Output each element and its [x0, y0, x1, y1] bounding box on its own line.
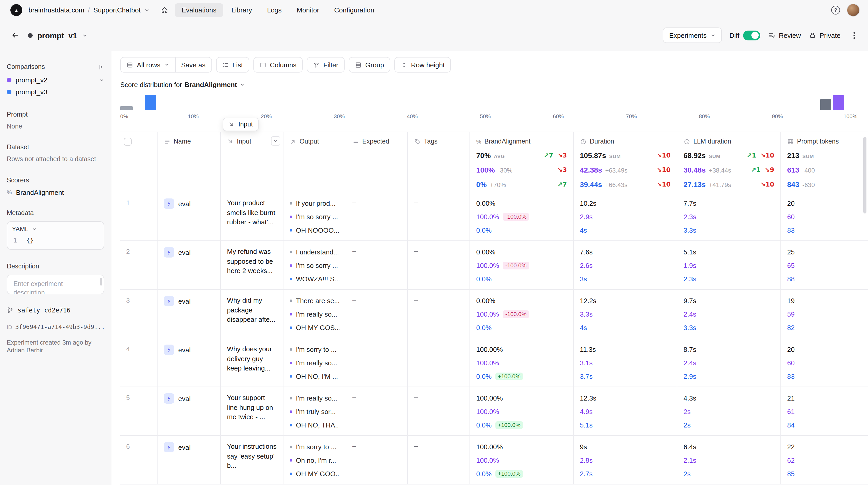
filter-button[interactable]: Filter: [307, 57, 345, 72]
comparison-item[interactable]: prompt_v2: [7, 74, 104, 86]
table-row[interactable]: 6evalYour instructions say 'easy setup' …: [120, 436, 868, 484]
review-button[interactable]: Review: [768, 31, 801, 39]
more-menu-button[interactable]: [848, 28, 860, 42]
output-cell[interactable]: I'm sorry to ...I'm really so...OH NO, I…: [283, 338, 346, 387]
scorer-item[interactable]: BrandAlignment: [7, 188, 104, 196]
help-icon[interactable]: [831, 5, 840, 14]
metadata-editor[interactable]: YAML 1 {}: [7, 221, 104, 249]
input-cell[interactable]: Your instructions say 'easy setup' b...: [221, 436, 283, 484]
list-view-button[interactable]: List: [216, 57, 249, 72]
table-row[interactable]: 4evalWhy does your delivery guy keep lea…: [120, 338, 868, 387]
prompt-tokens-column-header[interactable]: Prompt tokens 213SUM613-400843-630: [781, 132, 868, 192]
diff-toggle[interactable]: [743, 30, 760, 40]
output-column-header[interactable]: Output: [283, 132, 346, 192]
comparison-item[interactable]: prompt_v3: [7, 86, 104, 98]
input-column-menu-button[interactable]: [271, 136, 280, 146]
chevron-down-icon[interactable]: [82, 32, 87, 38]
metadata-format-select[interactable]: YAML: [7, 221, 104, 235]
brand-alignment-cell: 100.00%100.0%0.0%+100.0%: [470, 387, 574, 435]
tab-configuration[interactable]: Configuration: [328, 3, 381, 17]
experiment-title-group[interactable]: prompt_v1: [28, 31, 87, 40]
histogram-bar[interactable]: [820, 99, 831, 110]
score-line: 100.0%-100.0%: [476, 261, 567, 270]
score-value: 100.00%: [476, 443, 503, 451]
duration-column-header[interactable]: Duration 105.87sSUM↘1042.38s+63.49s↘1039…: [574, 132, 677, 192]
input-column-header[interactable]: Input: [221, 132, 283, 192]
output-cell[interactable]: I'm sorry to ...Oh no, I'm r...OH MY GOO…: [283, 436, 346, 484]
braintrust-logo-icon[interactable]: [10, 4, 22, 16]
aggregate-line: 105.87sSUM↘10: [580, 148, 671, 163]
score-distribution-header[interactable]: Score distribution for BrandAlignment: [112, 72, 868, 89]
score-line: 100.0%-100.0%: [476, 309, 567, 319]
description-scrollbar[interactable]: [100, 277, 102, 285]
axis-label: 60%: [553, 113, 564, 119]
save-as-button[interactable]: Save as: [176, 58, 211, 72]
experiments-dropdown[interactable]: Experiments: [663, 27, 722, 43]
private-button[interactable]: Private: [809, 31, 840, 39]
input-cell[interactable]: Your product smells like burnt rubber - …: [221, 192, 283, 240]
table-row[interactable]: 2evalMy refund was supposed to be here 2…: [120, 241, 868, 290]
scorers-heading: Scorers: [7, 176, 104, 184]
input-cell[interactable]: Your support line hung up on me twice - …: [221, 387, 283, 435]
score-line: 0.00%: [476, 296, 567, 305]
output-cell[interactable]: If your prod...I'm so sorry ...OH NOOOO.…: [283, 192, 346, 240]
metadata-code-line[interactable]: 1 {}: [7, 235, 104, 249]
expected-column-header[interactable]: Expected: [346, 132, 408, 192]
table-row[interactable]: 3evalWhy did my package disappear afte..…: [120, 290, 868, 338]
tokens-cell: 256588: [781, 241, 868, 289]
description-placeholder: Enter experiment description...: [13, 280, 63, 294]
score-value: 0.0%: [476, 470, 492, 478]
row-number: 2: [123, 247, 133, 255]
breadcrumb[interactable]: braintrustdata.com / SupportChatbot: [29, 6, 150, 14]
select-all-checkbox[interactable]: [124, 138, 132, 146]
output-cell[interactable]: There are se...I'm really so...OH MY GOS…: [283, 290, 346, 338]
histogram-bar[interactable]: [833, 95, 844, 110]
llm-duration-column-header[interactable]: LLM duration 68.92sSUM↗1↘1030.48s+38.44s…: [677, 132, 781, 192]
histogram-bar[interactable]: [145, 95, 156, 110]
histogram-bar[interactable]: [120, 106, 133, 110]
group-button[interactable]: Group: [349, 57, 390, 72]
home-button[interactable]: [157, 3, 172, 17]
score-value: 0.00%: [476, 297, 495, 304]
experiment-id[interactable]: ID 3f969471-a714-49b3-9d9...: [7, 323, 104, 330]
git-info[interactable]: safety cd2e716: [7, 306, 104, 314]
output-cell[interactable]: I'm really so...I'm truly sor...OH NO, T…: [283, 387, 346, 435]
equals-icon: [352, 138, 359, 145]
tab-library[interactable]: Library: [225, 3, 259, 17]
input-cell[interactable]: Why did my package disappear afte...: [221, 290, 283, 338]
row-number: 1: [123, 199, 133, 207]
aggregate-line: 213SUM: [787, 148, 862, 163]
content: Comparisons prompt_v2prompt_v3 Prompt No…: [0, 51, 868, 485]
columns-button[interactable]: Columns: [253, 57, 303, 72]
table-row[interactable]: 5evalYour support line hung up on me twi…: [120, 387, 868, 436]
score-line: 100.0%: [476, 358, 567, 367]
kebab-icon: [853, 34, 855, 36]
tab-evaluations[interactable]: Evaluations: [175, 3, 223, 17]
input-cell[interactable]: Why does your delivery guy keep leaving.…: [221, 338, 283, 387]
tokens-value: 20: [787, 345, 795, 353]
tags-empty-value: –: [414, 344, 418, 352]
tab-monitor[interactable]: Monitor: [290, 3, 326, 17]
chevron-down-icon: [240, 82, 245, 88]
axis-label: 20%: [261, 113, 272, 119]
user-avatar[interactable]: [847, 3, 860, 16]
scorer-name: BrandAlignment: [16, 188, 64, 196]
brand-alignment-column-header[interactable]: BrandAlignment 70%AVG↗7↘3100%-30%↘30%+70…: [470, 132, 574, 192]
tags-column-header[interactable]: Tags: [408, 132, 470, 192]
row-height-button[interactable]: Row height: [394, 57, 451, 72]
table-row[interactable]: 1evalYour product smells like burnt rubb…: [120, 192, 868, 241]
aggregate-unit: SUM: [609, 153, 621, 159]
collapse-panel-icon[interactable]: [97, 63, 104, 70]
back-button[interactable]: [7, 27, 23, 43]
vertical-scrollbar-thumb[interactable]: [863, 137, 866, 213]
group-button-label: Group: [365, 61, 384, 69]
name-column-header[interactable]: Name: [158, 132, 221, 192]
line-number: 1: [13, 237, 17, 244]
input-cell[interactable]: My refund was supposed to be here 2 week…: [221, 241, 283, 289]
description-input[interactable]: Enter experiment description...: [7, 274, 104, 294]
tab-logs[interactable]: Logs: [260, 3, 288, 17]
output-bullet-icon: [290, 472, 292, 475]
chevron-down-icon[interactable]: [99, 78, 104, 83]
output-cell[interactable]: I understand...I'm so sorry ...WOWZA!!! …: [283, 241, 346, 289]
all-rows-filter[interactable]: All rows: [121, 58, 175, 72]
